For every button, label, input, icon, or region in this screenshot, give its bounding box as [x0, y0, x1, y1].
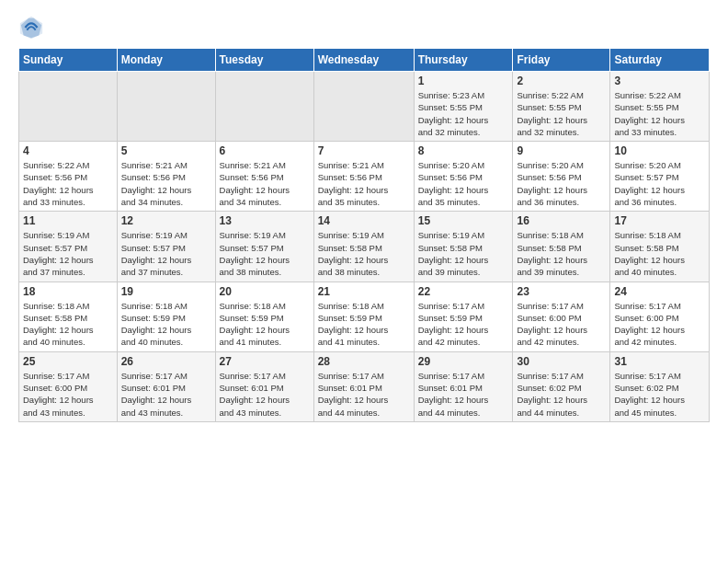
day-cell-28: 28Sunrise: 5:17 AMSunset: 6:01 PMDayligh…: [313, 351, 414, 421]
day-info: Sunrise: 5:21 AMSunset: 5:56 PMDaylight:…: [318, 159, 410, 208]
day-header-sunday: Sunday: [19, 49, 118, 72]
day-header-wednesday: Wednesday: [313, 49, 414, 72]
day-cell-15: 15Sunrise: 5:19 AMSunset: 5:58 PMDayligh…: [414, 212, 513, 282]
day-info: Sunrise: 5:19 AMSunset: 5:57 PMDaylight:…: [220, 229, 310, 278]
day-info: Sunrise: 5:17 AMSunset: 6:01 PMDaylight:…: [121, 370, 211, 419]
day-cell-17: 17Sunrise: 5:18 AMSunset: 5:58 PMDayligh…: [610, 212, 710, 282]
day-cell-14: 14Sunrise: 5:19 AMSunset: 5:58 PMDayligh…: [313, 212, 414, 282]
day-cell-18: 18Sunrise: 5:18 AMSunset: 5:58 PMDayligh…: [19, 282, 118, 351]
day-info: Sunrise: 5:22 AMSunset: 5:55 PMDaylight:…: [517, 89, 606, 138]
day-info: Sunrise: 5:18 AMSunset: 5:58 PMDaylight:…: [23, 300, 113, 349]
day-number: 12: [121, 214, 211, 227]
week-row-4: 18Sunrise: 5:18 AMSunset: 5:58 PMDayligh…: [19, 282, 710, 351]
day-number: 25: [23, 355, 113, 368]
day-number: 14: [318, 214, 410, 227]
day-number: 31: [614, 355, 705, 368]
day-cell-30: 30Sunrise: 5:17 AMSunset: 6:02 PMDayligh…: [513, 351, 610, 421]
day-number: 10: [614, 144, 705, 157]
day-info: Sunrise: 5:18 AMSunset: 5:59 PMDaylight:…: [318, 300, 410, 349]
day-number: 3: [614, 75, 705, 87]
day-cell-10: 10Sunrise: 5:20 AMSunset: 5:57 PMDayligh…: [610, 142, 710, 212]
header-row: SundayMondayTuesdayWednesdayThursdayFrid…: [19, 49, 710, 72]
day-info: Sunrise: 5:17 AMSunset: 6:01 PMDaylight:…: [418, 370, 509, 419]
day-number: 17: [614, 214, 705, 227]
day-cell-3: 3Sunrise: 5:22 AMSunset: 5:55 PMDaylight…: [610, 72, 710, 142]
day-info: Sunrise: 5:18 AMSunset: 5:58 PMDaylight:…: [614, 229, 705, 278]
day-number: 8: [418, 144, 509, 157]
day-cell-22: 22Sunrise: 5:17 AMSunset: 5:59 PMDayligh…: [414, 282, 513, 351]
day-number: 5: [121, 144, 211, 157]
page: SundayMondayTuesdayWednesdayThursdayFrid…: [0, 0, 728, 431]
day-header-friday: Friday: [513, 49, 610, 72]
day-cell-6: 6Sunrise: 5:21 AMSunset: 5:56 PMDaylight…: [215, 142, 313, 212]
day-info: Sunrise: 5:17 AMSunset: 6:01 PMDaylight:…: [318, 370, 410, 419]
day-number: 20: [220, 285, 310, 298]
day-info: Sunrise: 5:21 AMSunset: 5:56 PMDaylight:…: [220, 159, 310, 208]
day-number: 11: [23, 214, 113, 227]
day-header-saturday: Saturday: [610, 49, 710, 72]
day-number: 30: [517, 355, 606, 368]
day-info: Sunrise: 5:17 AMSunset: 6:00 PMDaylight:…: [614, 300, 705, 349]
day-info: Sunrise: 5:22 AMSunset: 5:55 PMDaylight:…: [614, 89, 705, 138]
day-cell-21: 21Sunrise: 5:18 AMSunset: 5:59 PMDayligh…: [313, 282, 414, 351]
day-info: Sunrise: 5:19 AMSunset: 5:57 PMDaylight:…: [121, 229, 211, 278]
day-info: Sunrise: 5:20 AMSunset: 5:57 PMDaylight:…: [614, 159, 705, 208]
day-info: Sunrise: 5:17 AMSunset: 6:00 PMDaylight:…: [517, 300, 606, 349]
day-number: 7: [318, 144, 410, 157]
logo: [18, 15, 46, 40]
week-row-1: 1Sunrise: 5:23 AMSunset: 5:55 PMDaylight…: [19, 72, 710, 142]
day-number: 1: [418, 75, 509, 87]
day-number: 28: [318, 355, 410, 368]
day-number: 22: [418, 285, 509, 298]
day-info: Sunrise: 5:19 AMSunset: 5:57 PMDaylight:…: [23, 229, 113, 278]
day-cell-31: 31Sunrise: 5:17 AMSunset: 6:02 PMDayligh…: [610, 351, 710, 421]
day-info: Sunrise: 5:18 AMSunset: 5:59 PMDaylight:…: [220, 300, 310, 349]
day-cell-1: 1Sunrise: 5:23 AMSunset: 5:55 PMDaylight…: [414, 72, 513, 142]
logo-icon: [18, 15, 44, 40]
week-row-5: 25Sunrise: 5:17 AMSunset: 6:00 PMDayligh…: [19, 351, 710, 421]
day-number: 15: [418, 214, 509, 227]
day-info: Sunrise: 5:20 AMSunset: 5:56 PMDaylight:…: [418, 159, 509, 208]
day-cell-19: 19Sunrise: 5:18 AMSunset: 5:59 PMDayligh…: [117, 282, 215, 351]
week-row-3: 11Sunrise: 5:19 AMSunset: 5:57 PMDayligh…: [19, 212, 710, 282]
day-number: 27: [220, 355, 310, 368]
day-cell-empty: [215, 72, 313, 142]
day-number: 29: [418, 355, 509, 368]
day-info: Sunrise: 5:21 AMSunset: 5:56 PMDaylight:…: [121, 159, 211, 208]
day-info: Sunrise: 5:17 AMSunset: 6:02 PMDaylight:…: [614, 370, 705, 419]
day-cell-13: 13Sunrise: 5:19 AMSunset: 5:57 PMDayligh…: [215, 212, 313, 282]
day-info: Sunrise: 5:18 AMSunset: 5:58 PMDaylight:…: [517, 229, 606, 278]
day-number: 2: [517, 75, 606, 87]
day-header-tuesday: Tuesday: [215, 49, 313, 72]
header: [18, 15, 710, 40]
day-number: 23: [517, 285, 606, 298]
day-cell-5: 5Sunrise: 5:21 AMSunset: 5:56 PMDaylight…: [117, 142, 215, 212]
day-number: 4: [23, 144, 113, 157]
day-cell-9: 9Sunrise: 5:20 AMSunset: 5:56 PMDaylight…: [513, 142, 610, 212]
day-number: 24: [614, 285, 705, 298]
day-header-thursday: Thursday: [414, 49, 513, 72]
calendar-table: SundayMondayTuesdayWednesdayThursdayFrid…: [18, 48, 710, 422]
day-cell-25: 25Sunrise: 5:17 AMSunset: 6:00 PMDayligh…: [19, 351, 118, 421]
day-number: 16: [517, 214, 606, 227]
day-cell-29: 29Sunrise: 5:17 AMSunset: 6:01 PMDayligh…: [414, 351, 513, 421]
day-cell-8: 8Sunrise: 5:20 AMSunset: 5:56 PMDaylight…: [414, 142, 513, 212]
day-number: 21: [318, 285, 410, 298]
day-cell-empty: [313, 72, 414, 142]
day-cell-empty: [19, 72, 118, 142]
day-cell-24: 24Sunrise: 5:17 AMSunset: 6:00 PMDayligh…: [610, 282, 710, 351]
day-info: Sunrise: 5:17 AMSunset: 5:59 PMDaylight:…: [418, 300, 509, 349]
day-number: 26: [121, 355, 211, 368]
day-info: Sunrise: 5:22 AMSunset: 5:56 PMDaylight:…: [23, 159, 113, 208]
day-cell-empty: [117, 72, 215, 142]
day-cell-2: 2Sunrise: 5:22 AMSunset: 5:55 PMDaylight…: [513, 72, 610, 142]
day-cell-23: 23Sunrise: 5:17 AMSunset: 6:00 PMDayligh…: [513, 282, 610, 351]
day-number: 13: [220, 214, 310, 227]
day-cell-7: 7Sunrise: 5:21 AMSunset: 5:56 PMDaylight…: [313, 142, 414, 212]
day-cell-27: 27Sunrise: 5:17 AMSunset: 6:01 PMDayligh…: [215, 351, 313, 421]
day-cell-11: 11Sunrise: 5:19 AMSunset: 5:57 PMDayligh…: [19, 212, 118, 282]
day-cell-20: 20Sunrise: 5:18 AMSunset: 5:59 PMDayligh…: [215, 282, 313, 351]
day-header-monday: Monday: [117, 49, 215, 72]
day-info: Sunrise: 5:18 AMSunset: 5:59 PMDaylight:…: [121, 300, 211, 349]
day-cell-16: 16Sunrise: 5:18 AMSunset: 5:58 PMDayligh…: [513, 212, 610, 282]
